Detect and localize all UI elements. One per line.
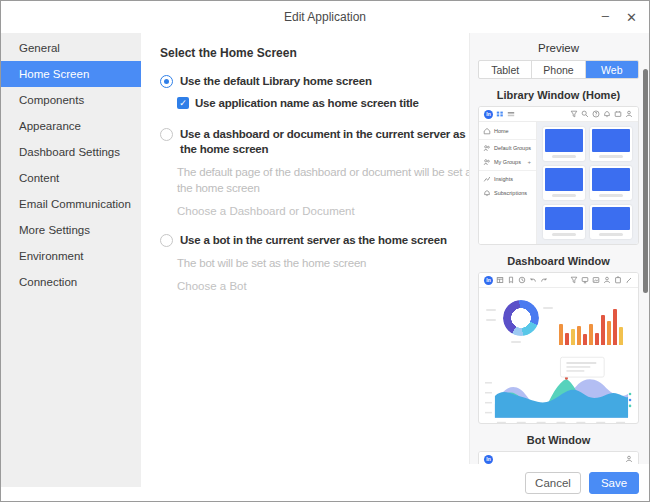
library-nav-default-groups: Default Groups bbox=[479, 141, 536, 155]
history-icon bbox=[518, 276, 526, 284]
sidebar-item-more-settings[interactable]: More Settings bbox=[1, 217, 141, 243]
library-window-preview: In Home bbox=[478, 106, 639, 245]
dashboard-preview-charts bbox=[479, 288, 638, 424]
radio-default-library[interactable] bbox=[160, 75, 173, 88]
app-logo: In bbox=[484, 110, 493, 119]
save-button[interactable]: Save bbox=[589, 472, 639, 494]
bar bbox=[565, 333, 569, 345]
sidebar-item-dashboard-settings[interactable]: Dashboard Settings bbox=[1, 139, 141, 165]
bookmark-icon bbox=[507, 276, 515, 284]
bar bbox=[607, 321, 611, 345]
app-logo: In bbox=[484, 455, 493, 464]
option-description: The default page of the dashboard or doc… bbox=[177, 164, 469, 196]
checkbox-label[interactable]: Use application name as home screen titl… bbox=[195, 96, 419, 111]
tab-web[interactable]: Web bbox=[586, 61, 638, 78]
device-tabs: Tablet Phone Web bbox=[478, 60, 639, 79]
sidebar-item-content[interactable]: Content bbox=[1, 165, 141, 191]
clipboard-icon bbox=[614, 276, 622, 284]
help-icon bbox=[592, 110, 600, 118]
library-toolbar: In bbox=[479, 107, 638, 122]
list-view-icon bbox=[507, 110, 515, 118]
dashboard-window-preview: In bbox=[478, 272, 639, 424]
groups-icon bbox=[483, 144, 491, 152]
insights-icon bbox=[483, 175, 491, 183]
sidebar-item-home-screen[interactable]: Home Screen bbox=[1, 61, 141, 87]
library-tile bbox=[590, 127, 632, 161]
add-group-icon: + bbox=[527, 159, 531, 165]
library-nav-my-groups: My Groups + bbox=[479, 155, 536, 169]
notifications-icon bbox=[603, 110, 611, 118]
sidebar-item-appearance[interactable]: Appearance bbox=[1, 113, 141, 139]
checkbox-app-name-title[interactable]: ✓ bbox=[177, 97, 189, 109]
sidebar-item-components[interactable]: Components bbox=[1, 87, 141, 113]
bot-window-preview: In bbox=[478, 451, 639, 464]
sidebar-item-environment-connection[interactable]: Environment Connection bbox=[1, 243, 141, 269]
library-nav-home: Home bbox=[479, 124, 536, 138]
user-icon bbox=[625, 110, 633, 118]
option-default-library: Use the default Library home screen ✓ Us… bbox=[160, 74, 469, 111]
bar bbox=[595, 333, 599, 345]
preview-panel: Preview Tablet Phone Web Library Window … bbox=[469, 33, 649, 464]
library-tile bbox=[543, 166, 585, 200]
area-chart bbox=[483, 351, 634, 424]
radio-dashboard-document[interactable] bbox=[160, 128, 173, 141]
bar bbox=[619, 327, 623, 345]
tab-tablet[interactable]: Tablet bbox=[479, 61, 532, 78]
user-icon bbox=[625, 455, 633, 463]
bar bbox=[601, 315, 605, 345]
groups-icon bbox=[483, 158, 491, 166]
radio-bot[interactable] bbox=[160, 234, 173, 247]
library-nav-insights: Insights bbox=[479, 172, 536, 186]
sidebar-item-email-communication[interactable]: Email Communication bbox=[1, 191, 141, 217]
bar bbox=[583, 334, 587, 345]
table-icon bbox=[496, 276, 504, 284]
undo-icon bbox=[529, 276, 537, 284]
bar bbox=[559, 324, 563, 345]
monitor-icon bbox=[581, 276, 589, 284]
bar bbox=[589, 324, 593, 345]
tooltip-card bbox=[560, 357, 604, 377]
option-bot: Use a bot in the current server as the h… bbox=[160, 233, 469, 292]
donut-chart bbox=[503, 300, 539, 336]
dialog-title: Edit Application bbox=[284, 10, 366, 24]
minimize-icon[interactable]: – bbox=[602, 9, 609, 22]
option-label[interactable]: Use the default Library home screen bbox=[180, 74, 372, 89]
dialog-footer: Cancel Save bbox=[1, 464, 649, 501]
bar bbox=[613, 309, 617, 345]
filter-icon bbox=[570, 110, 578, 118]
search-icon bbox=[581, 110, 589, 118]
subscriptions-icon bbox=[483, 189, 491, 197]
close-icon[interactable]: ✕ bbox=[626, 11, 637, 24]
cancel-button[interactable]: Cancel bbox=[525, 472, 581, 494]
option-label[interactable]: Use a dashboard or document in the curre… bbox=[180, 127, 469, 157]
dashboard-toolbar: In bbox=[479, 273, 638, 288]
dashboard-window-title: Dashboard Window bbox=[478, 255, 639, 267]
library-tile-grid bbox=[537, 122, 638, 244]
library-tile bbox=[543, 205, 585, 239]
sidebar-item-general[interactable]: General bbox=[1, 35, 141, 61]
option-label[interactable]: Use a bot in the current server as the h… bbox=[180, 233, 447, 248]
library-nav-subscriptions: Subscriptions bbox=[479, 186, 536, 200]
library-tile bbox=[590, 205, 632, 239]
edit-icon bbox=[625, 276, 633, 284]
bar bbox=[571, 329, 575, 345]
home-screen-settings: Select the Home Screen Use the default L… bbox=[141, 33, 469, 464]
bar-chart bbox=[559, 297, 626, 345]
app-logo: In bbox=[484, 276, 493, 285]
choose-bot-link[interactable]: Choose a Bot bbox=[177, 280, 469, 292]
home-icon bbox=[483, 127, 491, 135]
export-icon bbox=[592, 276, 600, 284]
option-description: The bot will be set as the home screen bbox=[177, 255, 469, 271]
choose-dashboard-link[interactable]: Choose a Dashboard or Document bbox=[177, 205, 469, 217]
bot-window-title: Bot Window bbox=[478, 434, 639, 446]
edit-application-dialog: Edit Application – ✕ General Home Screen… bbox=[0, 0, 650, 502]
share-icon bbox=[540, 276, 548, 284]
tab-phone[interactable]: Phone bbox=[532, 61, 585, 78]
user-icon bbox=[603, 276, 611, 284]
library-nav: Home Default Groups My Groups + bbox=[479, 122, 537, 244]
library-tile bbox=[590, 166, 632, 200]
title-bar: Edit Application – ✕ bbox=[1, 1, 649, 33]
bar bbox=[577, 326, 581, 345]
preview-scrollbar[interactable] bbox=[643, 69, 648, 293]
calendar-icon bbox=[614, 110, 622, 118]
